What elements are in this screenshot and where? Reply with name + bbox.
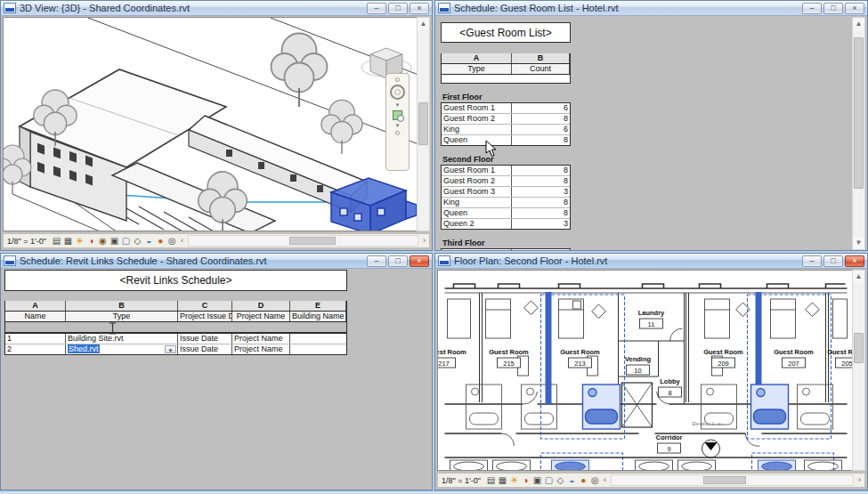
navbar-chevron-icon[interactable]: ▾ [396,102,400,108]
room-number[interactable]: 215 [503,360,515,368]
scroll-right-arrow[interactable]: › [858,474,861,486]
room-name[interactable]: Guest Room [827,348,853,356]
titlebar-3d-view[interactable]: 3D View: {3D} - Shared Coordinates.rvt –… [1,1,432,16]
floor-plan-canvas[interactable]: Elevation 1 - a Guest Room Guest Room Gu… [437,270,853,471]
column-letter[interactable]: B [66,301,178,311]
building-name-cell[interactable] [290,344,346,354]
combo-dropdown-button[interactable]: ▾ [165,345,176,353]
vertical-scrollbar[interactable]: ▲ ▼ [852,17,865,250]
column-header[interactable]: Type [442,64,512,74]
links-schedule-row[interactable]: 1Building Site.rvtIssue DateProject Name [5,334,346,344]
project-name-cell[interactable]: Project Name [232,334,290,344]
detail-level-icon[interactable]: ▤ [485,474,497,486]
scroll-left-arrow[interactable]: ‹ [181,235,183,247]
room-number[interactable]: 217 [438,360,450,368]
temporary-hide-icon[interactable]: ◒ [143,235,155,247]
room-name[interactable]: Guest Room [774,348,814,356]
room-count-cell[interactable]: 8 [512,249,570,250]
room-type-cell[interactable]: Queen [442,135,512,145]
scroll-up-arrow[interactable]: ▲ [853,18,864,30]
room-number[interactable]: 205 [841,360,853,368]
view-scale-label[interactable]: 1/8" = 1'-0" [442,476,481,485]
minimize-button[interactable]: – [802,255,822,267]
schedule-row[interactable]: Guest Room 28 [442,175,570,186]
navigation-bar[interactable]: ▾ ▾ [385,73,410,171]
schedule-row[interactable]: Guest Room 18 [442,249,570,250]
show-rendering-icon[interactable]: ◉ [97,235,109,247]
minimize-button[interactable]: – [367,255,386,267]
editing-cell-selected-text[interactable]: Shed.rvt [68,344,100,353]
scroll-thumb[interactable] [289,237,336,245]
shadows-icon[interactable]: ◑ [85,235,97,247]
maximize-button[interactable]: □ [388,255,408,267]
selected-link-elements[interactable] [541,292,854,471]
maximize-button[interactable]: □ [388,3,408,14]
titlebar-links-schedule[interactable]: Schedule: Revit Links Schedule - Shared … [1,254,432,269]
room-type-cell[interactable]: Guest Room 3 [442,187,512,197]
room-type-cell[interactable]: Guest Room 1 [442,249,512,250]
room-name[interactable]: Laundry [638,309,665,317]
link-type-cell[interactable]: Building Site.rvt [66,334,178,344]
worksharing-display-icon[interactable]: ◎ [166,235,178,247]
room-type-cell[interactable]: King [442,125,512,134]
room-type-cell[interactable]: Guest Room 2 [442,114,512,124]
crop-view-icon[interactable]: ▣ [531,474,543,486]
close-button[interactable]: × [845,255,864,267]
maximize-button[interactable]: □ [823,255,843,267]
zoom-tool-icon[interactable] [393,110,402,120]
column-header[interactable]: Name [5,312,66,321]
column-letter[interactable]: D [232,301,290,311]
titlebar-guest-schedule[interactable]: Schedule: Guest Room List - Hotel.rvt – … [435,1,867,16]
scroll-up-arrow[interactable]: ▲ [853,271,864,283]
horizontal-scrollbar[interactable] [611,474,854,486]
shadows-icon[interactable]: ◑ [520,474,531,486]
schedule-group-header[interactable]: Third Floor [441,238,571,248]
room-type-cell[interactable]: Queen [442,208,512,218]
room-count-cell[interactable]: 8 [512,166,570,175]
column-header[interactable]: Building Name [290,312,346,321]
visual-style-icon[interactable]: ▦ [497,474,508,486]
column-letter[interactable]: A [5,301,66,311]
issue-date-cell[interactable]: Issue Date [178,334,232,344]
detail-level-icon[interactable]: ▤ [51,235,62,247]
link-name-cell[interactable]: 2 [5,344,66,354]
scroll-thumb[interactable] [854,333,864,363]
steering-wheel-icon[interactable] [390,85,405,100]
room-number[interactable]: 9 [667,445,670,453]
schedule-group-header[interactable]: First Floor [441,92,571,102]
navbar-chevron-icon[interactable]: ▾ [396,123,400,128]
hotel-building[interactable] [20,69,367,231]
navbar-options-dot[interactable] [395,77,400,82]
crop-view-icon[interactable]: ▣ [109,235,120,247]
room-count-cell[interactable]: 6 [512,125,570,134]
show-crop-icon[interactable]: ▢ [120,235,132,247]
column-header[interactable]: Project Issue Date [178,312,232,321]
navbar-options-dot[interactable] [395,131,400,135]
reveal-hidden-icon[interactable]: ● [578,474,589,486]
issue-date-cell[interactable]: Issue Date [178,344,232,354]
room-name[interactable]: Guest Room [489,348,529,356]
schedule-row[interactable]: Guest Room 28 [442,113,570,124]
column-letter[interactable]: E [290,301,346,311]
room-name[interactable]: Lobby [660,377,680,385]
column-header[interactable]: Count [512,64,570,74]
scroll-left-arrow[interactable]: ‹ [604,474,606,486]
room-count-cell[interactable]: 8 [512,135,570,145]
room-name[interactable]: Corridor [656,433,683,441]
room-number[interactable]: 213 [574,360,586,368]
room-number[interactable]: 209 [718,360,729,368]
vertical-scrollbar[interactable]: ▲ [417,17,430,231]
room-count-cell[interactable]: 8 [512,208,570,218]
visual-style-icon[interactable]: ▦ [62,235,74,247]
room-number[interactable]: 11 [648,320,655,328]
room-count-cell[interactable]: 6 [512,103,570,113]
schedule-title[interactable]: <Revit Links Schedule> [4,270,347,291]
room-type-cell[interactable]: Guest Room 1 [442,166,512,175]
room-count-cell[interactable]: 8 [512,198,570,207]
room-type-cell[interactable]: King [442,198,512,207]
link-name-cell[interactable]: 1 [5,334,66,344]
scroll-right-arrow[interactable]: › [423,235,426,247]
room-name[interactable]: Guest Room [438,348,466,356]
scroll-down-arrow[interactable]: ▼ [853,237,864,249]
schedule-row[interactable]: Queen8 [442,207,570,218]
